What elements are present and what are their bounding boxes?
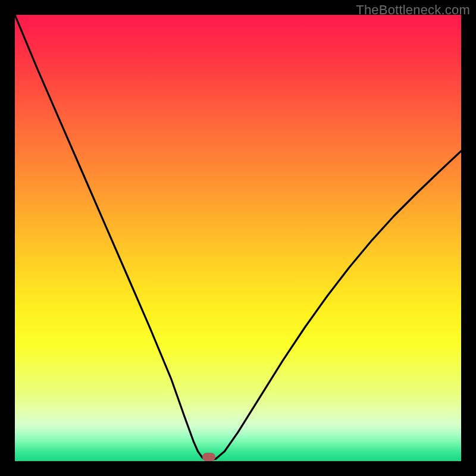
heat-gradient-background: [15, 15, 461, 461]
chart-frame: TheBottleneck.com: [0, 0, 476, 476]
plot-area: [15, 15, 461, 461]
